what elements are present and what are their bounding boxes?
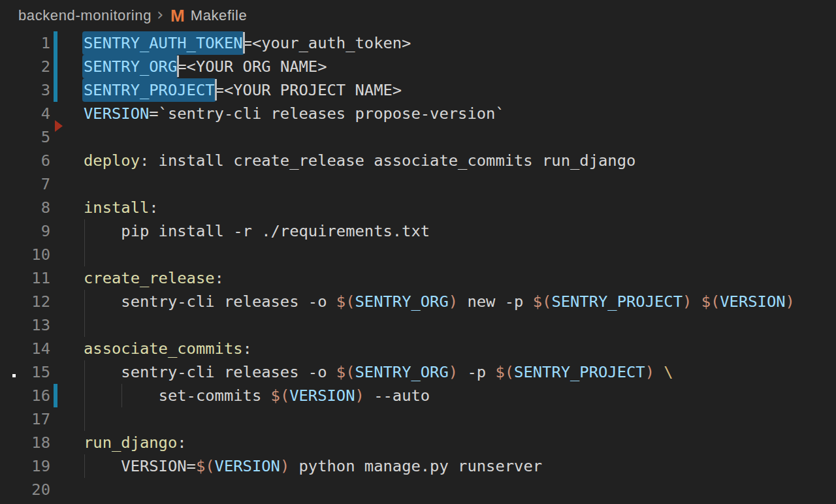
selected-token: SENTRY_PROJECT: [82, 78, 216, 102]
git-modified-indicator[interactable]: [54, 31, 57, 102]
code-line[interactable]: 1SENTRY_AUTH_TOKEN=<your_auth_token>: [0, 31, 836, 55]
line-number[interactable]: 18: [0, 431, 50, 454]
code-line[interactable]: 9 pip install -r ./requirements.txt: [0, 219, 836, 243]
code-token: --auto: [364, 386, 430, 405]
code-token: $(: [533, 292, 552, 311]
code-line[interactable]: 13: [0, 313, 836, 337]
code-token: \: [664, 363, 673, 381]
line-number[interactable]: 2: [0, 55, 50, 78]
code-line-text: set-commits $(VERSION) --auto: [84, 384, 430, 407]
code-line[interactable]: 10: [0, 243, 836, 266]
code-token: install: [84, 198, 149, 217]
code-line[interactable]: 3SENTRY_PROJECT=<YOUR PROJECT NAME>: [0, 78, 836, 102]
code-token: =<YOUR ORG NAME>: [177, 57, 327, 76]
code-token: VERSION: [720, 292, 785, 311]
code-line[interactable]: 18run_django:: [0, 431, 836, 454]
code-token: new -p: [458, 292, 533, 311]
code-token: VERSION: [289, 386, 355, 405]
code-token: ): [355, 386, 364, 405]
vscode-editor-window: backend-monitoring › M Makefile 1SENTRY_…: [0, 0, 836, 504]
line-number[interactable]: 12: [0, 290, 50, 313]
line-number[interactable]: 8: [0, 196, 50, 219]
selected-token: SENTRY_AUTH_TOKEN: [82, 31, 244, 55]
code-token: : install create_release associate_commi…: [140, 151, 635, 170]
code-line[interactable]: 14associate_commits:: [0, 337, 836, 360]
code-token: sentry-cli releases -o: [84, 363, 336, 381]
code-line[interactable]: 8install:: [0, 196, 836, 219]
code-line[interactable]: 20: [0, 478, 836, 501]
code-token: $(: [196, 457, 215, 475]
code-token: python manage.py runserver: [289, 457, 542, 475]
text-cursor: [243, 32, 245, 54]
indent-guide: [84, 313, 85, 337]
code-token: deploy: [84, 151, 140, 170]
code-line[interactable]: 15 sentry-cli releases -o $(SENTRY_ORG) …: [0, 360, 836, 384]
line-number[interactable]: 7: [0, 172, 50, 196]
code-token: ): [280, 457, 289, 475]
code-line[interactable]: 11create_release:: [0, 266, 836, 290]
code-token: run_django: [84, 433, 177, 452]
line-number[interactable]: 5: [0, 125, 50, 149]
code-token: ): [449, 292, 458, 311]
code-token: $(: [271, 386, 290, 405]
code-line[interactable]: 6deploy: install create_release associat…: [0, 149, 836, 172]
line-number[interactable]: 10: [0, 243, 50, 266]
code-token: :: [177, 433, 186, 452]
code-line-text: deploy: install create_release associate…: [84, 149, 635, 172]
line-number[interactable]: 9: [0, 219, 50, 243]
code-token: [692, 292, 701, 311]
code-line[interactable]: 12 sentry-cli releases -o $(SENTRY_ORG) …: [0, 290, 836, 313]
code-line-text: create_release:: [84, 266, 224, 290]
line-number[interactable]: 3: [0, 78, 50, 102]
code-token: SENTRY_ORG: [355, 363, 449, 381]
line-number[interactable]: 14: [0, 337, 50, 360]
code-line-text: sentry-cli releases -o $(SENTRY_ORG) new…: [84, 290, 795, 313]
line-number[interactable]: 1: [0, 31, 50, 55]
code-line[interactable]: 17: [0, 407, 836, 431]
line-number[interactable]: 4: [0, 102, 50, 125]
code-token: =<YOUR PROJECT NAME>: [215, 81, 402, 99]
code-token: associate_commits: [84, 339, 243, 358]
line-number[interactable]: 20: [0, 478, 50, 501]
code-line-text: SENTRY_ORG=<YOUR ORG NAME>: [84, 55, 327, 78]
indent-guide: [84, 243, 85, 266]
code-token: sentry-cli releases -o: [84, 292, 336, 311]
line-number[interactable]: 16: [0, 384, 50, 407]
code-line[interactable]: 19 VERSION=$(VERSION) python manage.py r…: [0, 454, 836, 478]
line-number[interactable]: 6: [0, 149, 50, 172]
code-line-text: SENTRY_PROJECT=<YOUR PROJECT NAME>: [84, 78, 402, 102]
line-number[interactable]: 19: [0, 454, 50, 478]
line-number[interactable]: 13: [0, 313, 50, 337]
code-line-text: associate_commits:: [84, 337, 252, 360]
code-line[interactable]: 2SENTRY_ORG=<YOUR ORG NAME>: [0, 55, 836, 78]
code-line-text: pip install -r ./requirements.txt: [84, 219, 430, 243]
code-token: $(: [701, 292, 720, 311]
code-token: VERSION: [84, 104, 149, 123]
code-token: ): [683, 292, 692, 311]
code-token: [654, 363, 664, 381]
breadcrumb-folder[interactable]: backend-monitoring: [18, 7, 152, 24]
code-token: pip install -r ./requirements.txt: [84, 222, 430, 240]
git-deleted-indicator[interactable]: [55, 120, 63, 132]
chevron-right-icon: ›: [157, 6, 164, 23]
code-token: SENTRY_PROJECT: [514, 363, 645, 381]
code-line[interactable]: 4VERSION=`sentry-cli releases propose-ve…: [0, 102, 836, 125]
code-line-text: VERSION=$(VERSION) python manage.py runs…: [84, 454, 542, 478]
code-token: =<your_auth_token>: [243, 34, 411, 52]
git-modified-indicator[interactable]: [54, 384, 57, 407]
code-line[interactable]: 16 set-commits $(VERSION) --auto: [0, 384, 836, 407]
code-token: :: [149, 198, 158, 217]
code-token: $(: [336, 292, 355, 311]
line-number[interactable]: 11: [0, 266, 50, 290]
breadcrumb-file[interactable]: M Makefile: [170, 7, 247, 24]
code-line-text: install:: [84, 196, 159, 219]
selected-token: SENTRY_ORG: [82, 55, 178, 78]
code-line[interactable]: 7: [0, 172, 836, 196]
makefile-icon: M: [170, 7, 185, 24]
line-number[interactable]: 15: [0, 360, 50, 384]
code-token: :: [243, 339, 252, 358]
code-token: $(: [336, 363, 355, 381]
code-token: =`sentry-cli releases propose-version`: [149, 104, 504, 123]
code-line[interactable]: 5: [0, 125, 836, 149]
line-number[interactable]: 17: [0, 407, 50, 431]
